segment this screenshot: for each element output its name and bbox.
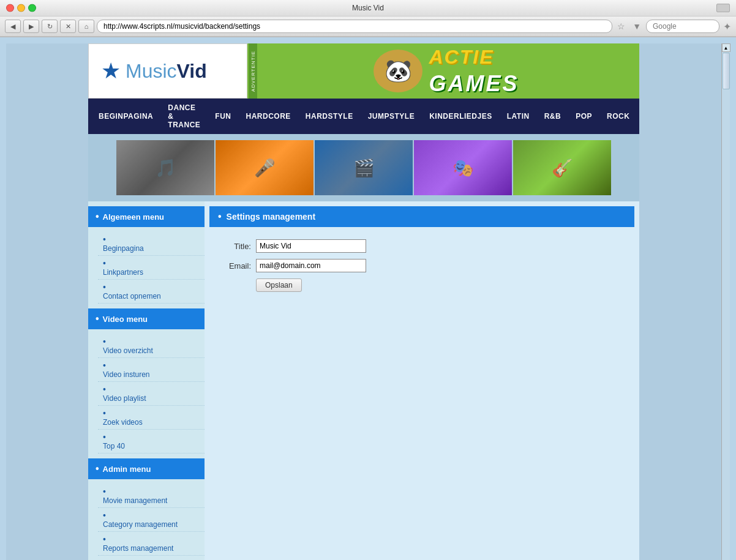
sidebar-algemeen-items: Beginpagina Linkpartners Contact opnemen: [88, 230, 205, 308]
scroll-thumb[interactable]: [723, 53, 730, 89]
sidebar-link-video-insturen[interactable]: Video insturen: [103, 370, 200, 379]
sidebar-link-contact[interactable]: Contact opnemen: [103, 292, 200, 301]
ad-area: ADVERTENTIE 🐼 ACTIE GAMES: [247, 43, 639, 99]
browser-chrome: Music Vid ◀ ▶ ↻ ✕ ⌂ ☆ ▼ ✦: [0, 0, 736, 37]
email-row: Email:: [214, 259, 629, 272]
save-row: Opslaan: [214, 278, 629, 292]
bullet-icon-3: •: [96, 463, 99, 474]
sidebar-item-reports-management[interactable]: Reports management: [98, 532, 205, 556]
nav-item-latin[interactable]: LATIN: [500, 107, 537, 125]
dropdown-icon[interactable]: ▼: [630, 21, 644, 31]
logo-text: MusicVid: [126, 60, 207, 83]
video-thumb-5[interactable]: 🎸: [513, 140, 611, 195]
settings-form: Title: Email: Opslaan: [209, 234, 634, 303]
section-bullet-icon: •: [218, 211, 222, 222]
video-thumb-1[interactable]: 🎵: [116, 140, 214, 195]
ad-content: 🐼 ACTIE GAMES: [367, 46, 519, 97]
bookmark-star-icon[interactable]: ☆: [615, 21, 628, 31]
sidebar-item-requests-management[interactable]: Requests management: [98, 556, 205, 560]
nav-item-hardstyle[interactable]: HARDSTYLE: [298, 107, 361, 125]
ad-label: ADVERTENTIE: [249, 43, 257, 99]
nav-item-beginpagina[interactable]: BEGINPAGINA: [91, 107, 160, 125]
sidebar-link-top40[interactable]: Top 40: [103, 442, 200, 450]
search-input[interactable]: [646, 20, 719, 33]
scroll-track: [722, 52, 730, 560]
sidebar-admin-items: Movie management Category management Rep…: [88, 482, 205, 560]
sidebar-link-beginpagina[interactable]: Beginpagina: [103, 244, 200, 253]
sidebar-item-category-management[interactable]: Category management: [98, 508, 205, 532]
sidebar-item-video-insturen[interactable]: Video insturen: [98, 358, 205, 382]
sidebar-item-beginpagina[interactable]: Beginpagina: [98, 232, 205, 256]
site-header: ★ MusicVid ADVERTENTIE 🐼 ACTIE: [88, 43, 639, 99]
video-strip: 🎵 🎤 🎬 🎭 🎸: [88, 134, 639, 201]
sidebar-video-title: Video menu: [103, 315, 148, 324]
nav-item-hardcore[interactable]: HARDCORE: [238, 107, 298, 125]
nav-item-rock[interactable]: ROCK: [599, 107, 637, 125]
sidebar-item-video-playlist[interactable]: Video playlist: [98, 382, 205, 406]
minimize-button[interactable]: [17, 4, 25, 12]
page-wrapper: ★ MusicVid ADVERTENTIE 🐼 ACTIE: [0, 37, 736, 560]
scroll-up-button[interactable]: ▲: [722, 43, 730, 52]
scrollbar: ▲ ▼: [721, 43, 730, 560]
reload-button[interactable]: ↻: [42, 20, 58, 33]
nav-item-rb[interactable]: R&B: [537, 107, 569, 125]
sidebar-link-movie[interactable]: Movie management: [103, 496, 200, 505]
logo-area: ★ MusicVid: [88, 43, 247, 99]
sidebar-link-category[interactable]: Category management: [103, 520, 200, 529]
video-thumb-2[interactable]: 🎤: [216, 140, 314, 195]
logo-vid: Vid: [177, 60, 207, 82]
sidebar-link-reports[interactable]: Reports management: [103, 544, 200, 553]
sidebar-item-movie-management[interactable]: Movie management: [98, 484, 205, 508]
back-button[interactable]: ◀: [5, 20, 21, 33]
email-input[interactable]: [256, 259, 366, 272]
loading-spinner-icon: ✦: [723, 21, 731, 32]
bullet-icon: •: [96, 211, 99, 222]
nav-item-kinderliedjes[interactable]: KINDERLIEDJES: [422, 107, 500, 125]
ad-games-text: GAMES: [429, 71, 519, 97]
sidebar-item-zoek-videos[interactable]: Zoek videos: [98, 406, 205, 430]
page-title: Music Vid: [352, 4, 384, 12]
address-bar: ☆ ▼: [97, 20, 644, 33]
nav-item-jumpstyle[interactable]: JUMPSTYLE: [361, 107, 422, 125]
main-navigation: BEGINPAGINA DANCE & TRANCE FUN HARDCORE …: [88, 99, 639, 134]
video-thumb-3[interactable]: 🎬: [315, 140, 413, 195]
sidebar-link-linkpartners[interactable]: Linkpartners: [103, 268, 200, 277]
url-input[interactable]: [97, 20, 612, 33]
sidebar-item-contact[interactable]: Contact opnemen: [98, 280, 205, 304]
sidebar-link-video-playlist[interactable]: Video playlist: [103, 394, 200, 403]
maximize-button[interactable]: [28, 4, 36, 12]
sidebar-link-zoek-videos[interactable]: Zoek videos: [103, 418, 200, 427]
sidebar-link-video-overzicht[interactable]: Video overzicht: [103, 346, 200, 355]
title-row: Title:: [214, 239, 629, 253]
sidebar-admin-title: Admin menu: [103, 465, 151, 474]
page-outer: ★ MusicVid ADVERTENTIE 🐼 ACTIE: [6, 43, 730, 560]
title-input[interactable]: [256, 239, 366, 253]
home-button[interactable]: ⌂: [78, 20, 94, 33]
title-bar: Music Vid: [0, 0, 736, 17]
save-button[interactable]: Opslaan: [256, 278, 302, 292]
forward-button[interactable]: ▶: [23, 20, 39, 33]
stop-button[interactable]: ✕: [60, 20, 76, 33]
sidebar-item-linkpartners[interactable]: Linkpartners: [98, 256, 205, 280]
advertentie-text: ADVERTENTIE: [250, 51, 256, 92]
video-thumb-4[interactable]: 🎭: [414, 140, 512, 195]
ad-mascot-icon: 🐼: [374, 50, 422, 92]
bullet-icon-2: •: [96, 313, 99, 324]
ad-actie-text: ACTIE: [429, 46, 519, 69]
nav-item-pop[interactable]: POP: [568, 107, 599, 125]
page-inner: ★ MusicVid ADVERTENTIE 🐼 ACTIE: [6, 43, 721, 560]
email-label: Email:: [214, 261, 251, 271]
close-button[interactable]: [6, 4, 14, 12]
sidebar-algemeen-title: Algemeen menu: [103, 212, 164, 222]
sidebar-item-video-overzicht[interactable]: Video overzicht: [98, 334, 205, 358]
main-content: • Settings management Title: Email:: [205, 201, 639, 560]
site-container: ★ MusicVid ADVERTENTIE 🐼 ACTIE: [88, 43, 639, 560]
nav-item-fun[interactable]: FUN: [208, 107, 238, 125]
settings-section-header: • Settings management: [209, 206, 634, 227]
nav-item-dance-trance[interactable]: DANCE & TRANCE: [160, 99, 208, 134]
sidebar-item-top40[interactable]: Top 40: [98, 430, 205, 454]
window-controls: [6, 4, 36, 12]
expand-button[interactable]: [716, 4, 730, 12]
sidebar-video-items: Video overzicht Video insturen Video pla…: [88, 332, 205, 458]
search-bar: ✦: [646, 20, 731, 33]
